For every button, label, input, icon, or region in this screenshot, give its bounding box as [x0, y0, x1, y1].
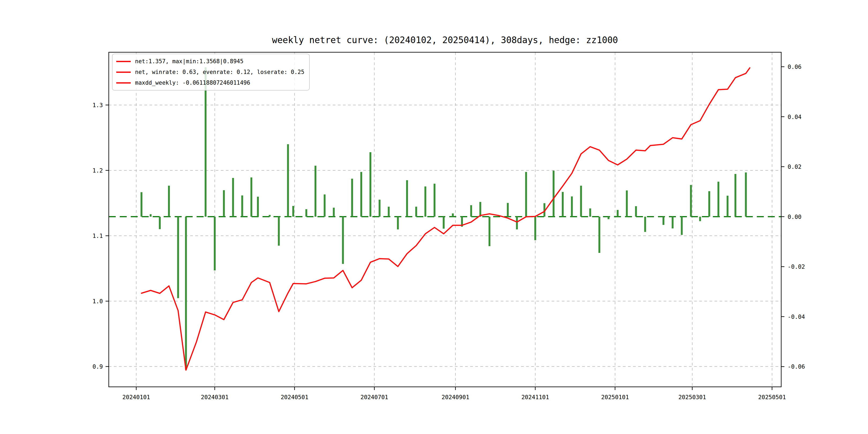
weekly-return-bar [314, 165, 316, 216]
weekly-return-bar [580, 186, 582, 217]
weekly-return-bar [287, 144, 289, 217]
weekly-return-bar [150, 214, 152, 216]
weekly-return-bar [292, 206, 294, 217]
weekly-return-bar [681, 217, 683, 235]
weekly-return-bar [589, 209, 591, 217]
gridlines [109, 52, 781, 387]
legend-line-swatch [116, 61, 131, 62]
weekly-return-bar [626, 190, 628, 217]
axis-ticks-and-labels: 2024010120240301202405012024070120240901… [92, 63, 805, 401]
weekly-return-bar [342, 217, 344, 264]
weekly-return-bar [388, 207, 390, 216]
weekly-return-bar [525, 172, 527, 217]
weekly-return-bar [699, 217, 701, 221]
weekly-return-bar [608, 217, 610, 219]
legend: net:1.357, max|min:1.3568|0.8945 net, wi… [112, 54, 310, 91]
net-curve [142, 68, 750, 370]
weekly-return-bar [479, 202, 481, 217]
x-tick-label: 20250301 [678, 394, 706, 401]
weekly-return-bar [562, 192, 564, 216]
x-tick-label: 20240101 [122, 394, 150, 401]
x-tick-label: 20240501 [281, 394, 309, 401]
weekly-return-bar [433, 184, 435, 217]
weekly-return-bar [168, 186, 170, 217]
figure-canvas: 2024010120240301202405012024070120240901… [0, 0, 868, 434]
weekly-return-bar [269, 215, 271, 217]
net-line-group [142, 68, 750, 370]
weekly-return-bar [406, 180, 408, 217]
legend-item-label: net, winrate: 0.63, evenrate: 0.12, lose… [135, 69, 304, 75]
weekly-return-bar [489, 217, 491, 246]
chart-title: weekly netret curve: (20240102, 20250414… [272, 35, 618, 45]
weekly-return-bar [360, 172, 362, 217]
right-tick-label: 0.06 [787, 63, 802, 70]
x-tick-label: 20250101 [601, 394, 629, 401]
weekly-return-bar [534, 217, 536, 240]
weekly-return-bar [452, 214, 454, 217]
right-tick-label: 0.04 [787, 114, 802, 120]
x-tick-label: 20241101 [521, 394, 549, 401]
weekly-return-bar [141, 192, 143, 216]
left-tick-label: 0.9 [92, 363, 103, 370]
right-tick-label: -0.04 [787, 313, 805, 320]
weekly-return-bar [745, 173, 747, 217]
weekly-return-bar [672, 217, 674, 228]
weekly-return-bar [735, 174, 737, 217]
weekly-return-bar [516, 217, 518, 229]
weekly-return-bar [232, 178, 234, 217]
weekly-return-bar [708, 191, 710, 217]
plot-border [109, 52, 781, 387]
right-tick-label: 0.02 [787, 163, 802, 170]
weekly-return-bar [662, 217, 664, 225]
weekly-return-bar [415, 207, 417, 216]
weekly-return-bar [424, 186, 426, 217]
x-tick-label: 20240301 [201, 394, 229, 401]
weekly-return-bar [323, 194, 326, 217]
weekly-return-bar [644, 217, 646, 232]
weekly-return-bar [726, 195, 728, 216]
weekly-return-bar [553, 170, 555, 217]
x-tick-label: 20250501 [758, 394, 786, 401]
weekly-return-bar [369, 152, 371, 217]
weekly-return-bar [278, 217, 280, 246]
right-tick-label: 0.00 [787, 214, 802, 220]
weekly-return-bar [305, 209, 307, 217]
weekly-return-bar [443, 217, 445, 229]
weekly-return-bar [159, 217, 161, 229]
weekly-return-bar [241, 195, 243, 216]
weekly-return-bars [141, 67, 747, 370]
weekly-return-bar [333, 208, 335, 217]
weekly-return-bar [617, 210, 619, 217]
weekly-return-bar [507, 203, 509, 216]
legend-item: net, winrate: 0.63, evenrate: 0.12, lose… [116, 67, 304, 78]
weekly-return-bar [257, 197, 259, 217]
left-tick-label: 1.0 [92, 298, 103, 305]
right-tick-label: -0.06 [787, 363, 805, 370]
weekly-return-bar [223, 190, 225, 217]
legend-item-label: maxdd_weekly: -0.06118807246011496 [135, 80, 250, 86]
weekly-return-bar [250, 177, 252, 216]
left-tick-label: 1.2 [92, 167, 103, 174]
weekly-return-bar [185, 217, 187, 370]
legend-item-label: net:1.357, max|min:1.3568|0.8945 [135, 58, 244, 65]
x-tick-label: 20240901 [441, 394, 469, 401]
weekly-return-bar [378, 199, 380, 216]
weekly-return-bar [690, 185, 692, 216]
weekly-return-bar [470, 205, 472, 217]
spines [109, 52, 781, 387]
weekly-return-bar [351, 179, 353, 217]
legend-line-swatch [116, 82, 131, 84]
left-tick-label: 1.3 [92, 102, 103, 108]
legend-item: maxdd_weekly: -0.06118807246011496 [116, 78, 304, 88]
right-tick-label: -0.02 [787, 264, 805, 270]
weekly-return-bar [571, 196, 573, 217]
weekly-return-bar [717, 182, 719, 217]
weekly-return-bar [635, 206, 637, 217]
weekly-return-bar [598, 217, 600, 253]
left-tick-label: 1.1 [92, 232, 103, 239]
x-tick-label: 20240701 [361, 394, 389, 401]
weekly-return-bar [397, 217, 399, 229]
weekly-return-bar [177, 217, 179, 298]
weekly-return-bar [214, 217, 216, 271]
legend-item: net:1.357, max|min:1.3568|0.8945 [116, 56, 304, 67]
